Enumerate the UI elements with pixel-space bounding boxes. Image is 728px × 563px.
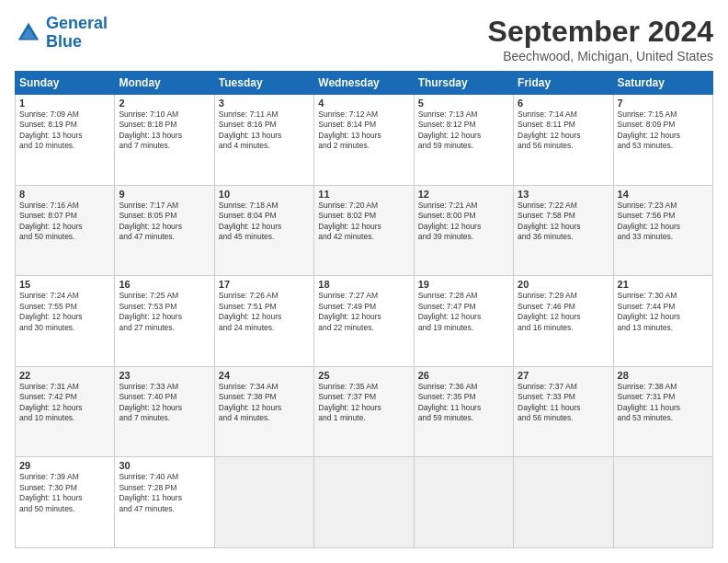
day-info: Sunrise: 7:37 AM Sunset: 7:33 PM Dayligh… [518, 382, 609, 424]
day-cell [514, 457, 613, 548]
day-info: Sunrise: 7:14 AM Sunset: 8:11 PM Dayligh… [518, 109, 609, 152]
day-info: Sunrise: 7:11 AM Sunset: 8:16 PM Dayligh… [219, 109, 310, 152]
logo-text: General Blue [46, 15, 108, 52]
week-row-1: 1Sunrise: 7:09 AM Sunset: 8:19 PM Daylig… [16, 95, 713, 186]
day-info: Sunrise: 7:34 AM Sunset: 7:38 PM Dayligh… [219, 382, 310, 424]
day-cell: 1Sunrise: 7:09 AM Sunset: 8:19 PM Daylig… [16, 95, 115, 186]
day-cell [314, 457, 414, 548]
day-number: 12 [418, 189, 509, 200]
logo-general: General [46, 14, 108, 32]
day-info: Sunrise: 7:27 AM Sunset: 7:49 PM Dayligh… [318, 291, 409, 333]
logo-icon [15, 19, 42, 47]
day-cell: 25Sunrise: 7:35 AM Sunset: 7:37 PM Dayli… [314, 366, 414, 457]
header-cell-friday: Friday [514, 72, 613, 95]
day-cell: 11Sunrise: 7:20 AM Sunset: 8:02 PM Dayli… [314, 185, 414, 276]
day-cell: 24Sunrise: 7:34 AM Sunset: 7:38 PM Dayli… [214, 366, 313, 457]
day-cell: 2Sunrise: 7:10 AM Sunset: 8:18 PM Daylig… [115, 95, 214, 186]
day-cell: 8Sunrise: 7:16 AM Sunset: 8:07 PM Daylig… [16, 185, 115, 276]
day-number: 6 [518, 98, 609, 109]
day-cell: 13Sunrise: 7:22 AM Sunset: 7:58 PM Dayli… [514, 185, 613, 276]
day-number: 13 [518, 189, 609, 200]
month-title: September 2024 [488, 15, 713, 49]
day-info: Sunrise: 7:40 AM Sunset: 7:28 PM Dayligh… [119, 472, 210, 514]
header-cell-tuesday: Tuesday [214, 72, 313, 95]
day-cell: 5Sunrise: 7:13 AM Sunset: 8:12 PM Daylig… [414, 95, 513, 186]
week-row-4: 22Sunrise: 7:31 AM Sunset: 7:42 PM Dayli… [16, 366, 713, 457]
day-cell: 4Sunrise: 7:12 AM Sunset: 8:14 PM Daylig… [314, 95, 414, 186]
day-cell: 18Sunrise: 7:27 AM Sunset: 7:49 PM Dayli… [314, 276, 414, 367]
day-info: Sunrise: 7:17 AM Sunset: 8:05 PM Dayligh… [119, 201, 210, 243]
day-number: 18 [318, 279, 409, 290]
day-number: 22 [19, 370, 110, 381]
day-cell: 16Sunrise: 7:25 AM Sunset: 7:53 PM Dayli… [115, 276, 214, 367]
day-info: Sunrise: 7:18 AM Sunset: 8:04 PM Dayligh… [219, 201, 310, 243]
day-number: 29 [19, 460, 110, 471]
calendar-header-row: SundayMondayTuesdayWednesdayThursdayFrid… [16, 72, 713, 95]
day-cell: 15Sunrise: 7:24 AM Sunset: 7:55 PM Dayli… [16, 276, 115, 367]
header-cell-sunday: Sunday [16, 72, 115, 95]
day-cell: 10Sunrise: 7:18 AM Sunset: 8:04 PM Dayli… [214, 185, 313, 276]
day-cell: 14Sunrise: 7:23 AM Sunset: 7:56 PM Dayli… [613, 185, 712, 276]
day-cell: 30Sunrise: 7:40 AM Sunset: 7:28 PM Dayli… [115, 457, 214, 548]
week-row-5: 29Sunrise: 7:39 AM Sunset: 7:30 PM Dayli… [16, 457, 713, 548]
day-number: 5 [418, 98, 509, 109]
logo-blue: Blue [46, 32, 82, 51]
day-info: Sunrise: 7:33 AM Sunset: 7:40 PM Dayligh… [119, 382, 210, 424]
title-section: September 2024 Beechwood, Michigan, Unit… [488, 15, 713, 63]
day-cell [214, 457, 313, 548]
day-number: 21 [618, 279, 709, 290]
logo: General Blue [15, 15, 108, 52]
day-cell: 22Sunrise: 7:31 AM Sunset: 7:42 PM Dayli… [16, 366, 115, 457]
day-number: 14 [618, 189, 709, 200]
page: General Blue September 2024 Beechwood, M… [0, 0, 728, 563]
day-cell: 17Sunrise: 7:26 AM Sunset: 7:51 PM Dayli… [214, 276, 313, 367]
day-cell [613, 457, 712, 548]
day-info: Sunrise: 7:21 AM Sunset: 8:00 PM Dayligh… [418, 201, 509, 243]
day-info: Sunrise: 7:26 AM Sunset: 7:51 PM Dayligh… [219, 291, 310, 333]
day-number: 8 [19, 189, 110, 200]
day-info: Sunrise: 7:20 AM Sunset: 8:02 PM Dayligh… [318, 201, 409, 243]
day-cell: 19Sunrise: 7:28 AM Sunset: 7:47 PM Dayli… [414, 276, 513, 367]
header-cell-saturday: Saturday [613, 72, 712, 95]
day-info: Sunrise: 7:22 AM Sunset: 7:58 PM Dayligh… [518, 201, 609, 243]
day-info: Sunrise: 7:39 AM Sunset: 7:30 PM Dayligh… [19, 472, 110, 514]
day-number: 20 [518, 279, 609, 290]
day-info: Sunrise: 7:29 AM Sunset: 7:46 PM Dayligh… [518, 291, 609, 333]
day-info: Sunrise: 7:36 AM Sunset: 7:35 PM Dayligh… [418, 382, 509, 424]
day-cell: 29Sunrise: 7:39 AM Sunset: 7:30 PM Dayli… [16, 457, 115, 548]
day-info: Sunrise: 7:31 AM Sunset: 7:42 PM Dayligh… [19, 382, 110, 424]
day-cell: 27Sunrise: 7:37 AM Sunset: 7:33 PM Dayli… [514, 366, 613, 457]
day-number: 16 [119, 279, 210, 290]
day-cell: 26Sunrise: 7:36 AM Sunset: 7:35 PM Dayli… [414, 366, 513, 457]
day-cell: 6Sunrise: 7:14 AM Sunset: 8:11 PM Daylig… [514, 95, 613, 186]
day-info: Sunrise: 7:30 AM Sunset: 7:44 PM Dayligh… [618, 291, 709, 333]
day-cell: 23Sunrise: 7:33 AM Sunset: 7:40 PM Dayli… [115, 366, 214, 457]
day-number: 10 [219, 189, 310, 200]
day-info: Sunrise: 7:16 AM Sunset: 8:07 PM Dayligh… [19, 201, 110, 243]
day-info: Sunrise: 7:38 AM Sunset: 7:31 PM Dayligh… [618, 382, 709, 424]
header-cell-thursday: Thursday [414, 72, 513, 95]
location: Beechwood, Michigan, United States [488, 49, 713, 63]
day-number: 24 [219, 370, 310, 381]
day-info: Sunrise: 7:09 AM Sunset: 8:19 PM Dayligh… [19, 109, 110, 152]
header-cell-monday: Monday [115, 72, 214, 95]
day-number: 23 [119, 370, 210, 381]
day-info: Sunrise: 7:10 AM Sunset: 8:18 PM Dayligh… [119, 109, 210, 152]
day-info: Sunrise: 7:13 AM Sunset: 8:12 PM Dayligh… [418, 109, 509, 152]
day-cell: 21Sunrise: 7:30 AM Sunset: 7:44 PM Dayli… [613, 276, 712, 367]
calendar-table: SundayMondayTuesdayWednesdayThursdayFrid… [15, 71, 713, 548]
day-cell [414, 457, 513, 548]
day-number: 2 [119, 98, 210, 109]
day-number: 11 [318, 189, 409, 200]
day-cell: 28Sunrise: 7:38 AM Sunset: 7:31 PM Dayli… [613, 366, 712, 457]
day-cell: 20Sunrise: 7:29 AM Sunset: 7:46 PM Dayli… [514, 276, 613, 367]
day-number: 3 [219, 98, 310, 109]
day-number: 26 [418, 370, 509, 381]
day-cell: 7Sunrise: 7:15 AM Sunset: 8:09 PM Daylig… [613, 95, 712, 186]
day-number: 27 [518, 370, 609, 381]
day-number: 25 [318, 370, 409, 381]
day-cell: 12Sunrise: 7:21 AM Sunset: 8:00 PM Dayli… [414, 185, 513, 276]
day-info: Sunrise: 7:12 AM Sunset: 8:14 PM Dayligh… [318, 109, 409, 152]
day-number: 17 [219, 279, 310, 290]
week-row-2: 8Sunrise: 7:16 AM Sunset: 8:07 PM Daylig… [16, 185, 713, 276]
